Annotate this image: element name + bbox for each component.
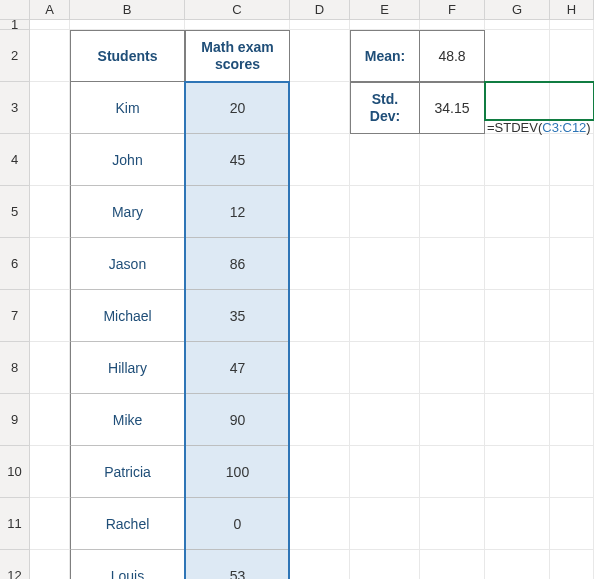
cell-H9[interactable] [550,394,594,446]
cell-A4[interactable] [30,134,70,186]
student-name-cell[interactable]: Jason [70,238,185,290]
cell-F11[interactable] [420,498,485,550]
row-header-11[interactable]: 11 [0,498,30,550]
cell-D12[interactable] [290,550,350,579]
cell-D9[interactable] [290,394,350,446]
student-score-cell[interactable]: 45 [185,134,290,186]
student-score-cell[interactable]: 12 [185,186,290,238]
cell-G10[interactable] [485,446,550,498]
student-score-cell[interactable]: 20 [185,82,290,134]
cell-E5[interactable] [350,186,420,238]
cell-D5[interactable] [290,186,350,238]
cell-G5[interactable] [485,186,550,238]
row-header-7[interactable]: 7 [0,290,30,342]
student-score-cell[interactable]: 86 [185,238,290,290]
std-label[interactable]: Std. Dev: [350,82,420,134]
student-name-cell[interactable]: Mary [70,186,185,238]
student-score-cell[interactable]: 47 [185,342,290,394]
student-name-cell[interactable]: John [70,134,185,186]
cell-H12[interactable] [550,550,594,579]
row-header-3[interactable]: 3 [0,82,30,134]
student-name-cell[interactable]: Rachel [70,498,185,550]
student-name-cell[interactable]: Mike [70,394,185,446]
cell-D10[interactable] [290,446,350,498]
cell-F9[interactable] [420,394,485,446]
cell-H7[interactable] [550,290,594,342]
cell-D3[interactable] [290,82,350,134]
row-header-10[interactable]: 10 [0,446,30,498]
cell-A11[interactable] [30,498,70,550]
cell-A2[interactable] [30,30,70,82]
row-header-9[interactable]: 9 [0,394,30,446]
cell-H5[interactable] [550,186,594,238]
cell-A5[interactable] [30,186,70,238]
student-name-cell[interactable]: Kim [70,82,185,134]
col-header-C[interactable]: C [185,0,290,20]
cell-F4[interactable] [420,134,485,186]
cell-E12[interactable] [350,550,420,579]
cell-C1[interactable] [185,20,290,30]
cell-E1[interactable] [350,20,420,30]
cell-F5[interactable] [420,186,485,238]
student-name-cell[interactable]: Hillary [70,342,185,394]
cell-H11[interactable] [550,498,594,550]
student-name-cell[interactable]: Patricia [70,446,185,498]
cell-A9[interactable] [30,394,70,446]
cell-A10[interactable] [30,446,70,498]
cell-F7[interactable] [420,290,485,342]
cell-E11[interactable] [350,498,420,550]
row-header-4[interactable]: 4 [0,134,30,186]
table-header-students[interactable]: Students [70,30,185,82]
col-header-B[interactable]: B [70,0,185,20]
col-header-F[interactable]: F [420,0,485,20]
cell-E4[interactable] [350,134,420,186]
cell-A3[interactable] [30,82,70,134]
cell-D8[interactable] [290,342,350,394]
cell-H1[interactable] [550,20,594,30]
row-header-6[interactable]: 6 [0,238,30,290]
cell-A6[interactable] [30,238,70,290]
cell-A12[interactable] [30,550,70,579]
mean-label[interactable]: Mean: [350,30,420,82]
col-header-A[interactable]: A [30,0,70,20]
row-header-1[interactable]: 1 [0,20,30,30]
cell-D2[interactable] [290,30,350,82]
student-score-cell[interactable]: 100 [185,446,290,498]
cell-F1[interactable] [420,20,485,30]
student-name-cell[interactable]: Michael [70,290,185,342]
row-header-2[interactable]: 2 [0,30,30,82]
cell-A1[interactable] [30,20,70,30]
col-header-H[interactable]: H [550,0,594,20]
cell-G8[interactable] [485,342,550,394]
cell-E8[interactable] [350,342,420,394]
cell-F12[interactable] [420,550,485,579]
cell-H10[interactable] [550,446,594,498]
cell-F8[interactable] [420,342,485,394]
cell-E6[interactable] [350,238,420,290]
cell-H4[interactable] [550,134,594,186]
col-header-D[interactable]: D [290,0,350,20]
cell-A8[interactable] [30,342,70,394]
cell-E10[interactable] [350,446,420,498]
cell-D1[interactable] [290,20,350,30]
cell-G2[interactable] [485,30,550,82]
cell-G12[interactable] [485,550,550,579]
col-header-G[interactable]: G [485,0,550,20]
cell-G4[interactable] [485,134,550,186]
student-name-cell[interactable]: Louis [70,550,185,579]
cell-H6[interactable] [550,238,594,290]
row-header-8[interactable]: 8 [0,342,30,394]
spreadsheet-grid[interactable]: ABCDEFGH123456789101112StudentsMath exam… [0,0,594,579]
student-score-cell[interactable]: 0 [185,498,290,550]
cell-H8[interactable] [550,342,594,394]
table-header-scores[interactable]: Math exam scores [185,30,290,82]
row-header-12[interactable]: 12 [0,550,30,579]
cell-G6[interactable] [485,238,550,290]
std-value[interactable]: 34.15 [420,82,485,134]
mean-value[interactable]: 48.8 [420,30,485,82]
cell-D11[interactable] [290,498,350,550]
cell-G1[interactable] [485,20,550,30]
student-score-cell[interactable]: 53 [185,550,290,579]
cell-E7[interactable] [350,290,420,342]
cell-G9[interactable] [485,394,550,446]
